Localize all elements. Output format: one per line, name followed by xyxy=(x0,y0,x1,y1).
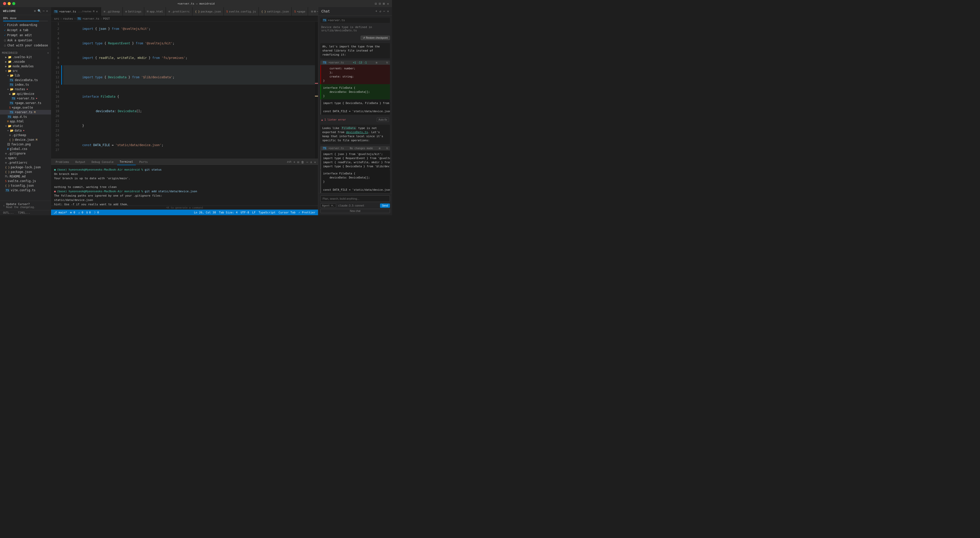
file-tree-gitkeep[interactable]: ≡ .gitkeep xyxy=(0,133,51,137)
project-section[interactable]: MONIDROID ▾ xyxy=(0,50,51,55)
tab-close-button[interactable]: ✕ xyxy=(95,9,98,14)
file-tree-svelte-kit[interactable]: ▶ 📁 .svelte-kit xyxy=(0,55,51,59)
file-tree-src[interactable]: ▾ 📂 src xyxy=(0,68,51,73)
tab-svelte-config[interactable]: S svelte.config.js xyxy=(224,7,259,16)
sidebar-item-prompt-edit[interactable]: ✓ Prompt an edit xyxy=(0,33,51,38)
git-branch[interactable]: ⎇ main* xyxy=(54,211,67,214)
breadcrumb-server[interactable]: +server.ts xyxy=(83,17,99,21)
agent-badge[interactable]: Agent ⌘. xyxy=(320,203,336,208)
sidebar-item-finish[interactable]: ✓ Finish onboarding xyxy=(0,22,51,27)
file-tree-favicon[interactable]: 🖼 favicon.png xyxy=(0,142,51,147)
tab-size[interactable]: Tab Size: 4 xyxy=(219,211,238,214)
close-icon[interactable]: ✕ xyxy=(387,2,389,6)
file-tree-node-modules[interactable]: ▶ 📁 node_modules xyxy=(0,64,51,68)
diff-copy-icon[interactable]: ⎘ xyxy=(387,61,388,64)
line-ending[interactable]: LF xyxy=(252,211,256,214)
sidebar-icon-3[interactable]: ⋯ xyxy=(43,9,45,13)
add-chat-icon[interactable]: + xyxy=(375,10,377,13)
terminal-content[interactable]: ●(base) hyeonseok@Hyeonseoks-MacBook-Air… xyxy=(51,165,318,206)
tab-settings-json[interactable]: { } settings.json xyxy=(259,7,292,16)
sidebar-item-accept-tab[interactable]: ✓ Accept a tab xyxy=(0,27,51,33)
send-button[interactable]: Send xyxy=(380,203,390,208)
breadcrumb-routes[interactable]: routes xyxy=(63,17,73,21)
timeline-label[interactable]: TIMEL... xyxy=(18,211,30,214)
outline-label[interactable]: OUTL... xyxy=(3,211,14,214)
chat-input[interactable] xyxy=(320,195,390,202)
diff-copy-icon2[interactable]: ⎘ xyxy=(387,147,388,150)
auto-fix-button-1[interactable]: Auto-fix xyxy=(377,117,389,122)
file-tree-server-ts-api[interactable]: TS +server.ts • xyxy=(0,96,51,101)
split-editor-icon[interactable]: ⊟ xyxy=(311,10,313,13)
minimize-button[interactable] xyxy=(8,2,11,5)
sidebar-icon-2[interactable]: 🔍 xyxy=(38,9,41,13)
panel-tab-problems[interactable]: Problems xyxy=(53,159,72,165)
info-count[interactable]: ℹ 0 xyxy=(86,211,91,214)
file-tree-api-device[interactable]: ▶ 📁 api/device xyxy=(0,92,51,96)
file-tree-static[interactable]: ▾ 📂 static xyxy=(0,124,51,128)
code-editor[interactable]: import { json } from '@sveltejs/kit'; im… xyxy=(61,22,318,159)
add-terminal-icon[interactable]: + xyxy=(293,160,295,164)
diff-expand-icon2[interactable]: ⊞ xyxy=(379,147,380,150)
more-chat-icon[interactable]: ⋯ xyxy=(383,10,385,13)
maximize-button[interactable] xyxy=(12,2,15,5)
file-tree-server-ts-active[interactable]: TS +server.ts M xyxy=(0,110,51,114)
language-mode[interactable]: TypeScript xyxy=(259,211,275,214)
file-tree-package-json[interactable]: { } package.json xyxy=(0,170,51,174)
split-terminal-icon[interactable]: ⊟ xyxy=(298,160,299,164)
warning-count[interactable]: ⚠ 0 xyxy=(78,211,83,214)
sidebar-icon-1[interactable]: ⊕ xyxy=(34,9,36,13)
prettier-label[interactable]: ✓ Prettier xyxy=(299,211,315,214)
restore-checkpoint-button[interactable]: ↺ Restore checkpoint xyxy=(361,36,390,40)
file-tree-gitignore[interactable]: ≡ .gitignore xyxy=(0,151,51,156)
tab-prettierrc[interactable]: ≡ .prettierrc xyxy=(166,7,192,16)
chevron-up-icon[interactable]: ∧ xyxy=(310,160,312,164)
model-label[interactable]: claude-3.5-sonnet xyxy=(338,204,364,207)
close-chat-icon[interactable]: ✕ xyxy=(387,10,389,13)
file-tree-device-json[interactable]: { } device.json M xyxy=(0,137,51,142)
file-tree-prettierrc[interactable]: ≡ .prettierrc xyxy=(0,160,51,165)
file-tree-app-html[interactable]: H app.html xyxy=(0,119,51,124)
file-tree-device-data[interactable]: TS deviceData.ts xyxy=(0,78,51,83)
layout-icon[interactable]: ⊡ xyxy=(375,2,377,6)
file-tree-readme[interactable]: M↓ README.md xyxy=(0,174,51,179)
breadcrumb-post[interactable]: POST xyxy=(103,17,110,21)
diff-expand-icon[interactable]: ⊞ xyxy=(375,61,377,64)
update-cursor-banner[interactable]: ↑ Update Cursor? Read the changelog. xyxy=(0,201,51,210)
tab-gitkeep[interactable]: ≡ .gitkeep xyxy=(101,7,123,16)
file-tree-page-svelte[interactable]: S +page.svelte xyxy=(0,105,51,110)
sidebar-item-chat-codebase[interactable]: ○ Chat with your codebase xyxy=(0,43,51,48)
panel-tab-output[interactable]: Output xyxy=(73,159,88,165)
tab-server-ts[interactable]: TS +server.ts .../routes M ✕ xyxy=(51,7,101,16)
breadcrumb-src[interactable]: src xyxy=(54,17,59,21)
file-tree-vscode[interactable]: ▶ 📁 .vscode xyxy=(0,59,51,64)
new-chat-button[interactable]: New chat xyxy=(320,209,390,213)
file-tree-tsconfig[interactable]: { } tsconfig.json xyxy=(0,183,51,188)
layout-icon[interactable]: ⊞ xyxy=(314,10,316,13)
cursor-tab-label[interactable]: Cursor Tab xyxy=(279,211,296,214)
panel-tab-debug[interactable]: Debug Console xyxy=(89,159,116,165)
file-tree-page-server[interactable]: TS +page.server.ts xyxy=(0,101,51,105)
panel-tab-ports[interactable]: Ports xyxy=(137,159,150,165)
window-controls[interactable] xyxy=(3,2,15,5)
fullscreen-icon[interactable]: ⊠ xyxy=(383,2,385,6)
chat-link-devicedata[interactable]: deviceDats.ts xyxy=(346,130,368,134)
position-indicator[interactable]: Ln 26, Col 38 xyxy=(194,211,216,214)
split-icon[interactable]: ⊟ xyxy=(379,2,381,6)
close-sidebar-button[interactable]: ✕ xyxy=(46,9,48,13)
close-terminal-icon[interactable]: ✕ xyxy=(314,160,316,164)
encoding[interactable]: UTF-8 xyxy=(241,211,249,214)
more-icon[interactable]: ⋯ xyxy=(306,160,308,164)
trash-icon[interactable]: 🗑 xyxy=(301,160,304,164)
minimap[interactable] xyxy=(315,22,318,159)
close-button[interactable] xyxy=(3,2,6,5)
file-tree-npmrc[interactable]: ≡ npmrc xyxy=(0,156,51,160)
file-tree-app-dts[interactable]: TS app.d.ts xyxy=(0,114,51,119)
cursor-count[interactable]: ☽ 0 xyxy=(94,211,99,214)
tab-settings[interactable]: ⚙ Settings xyxy=(123,7,145,16)
tab-app-html[interactable]: H app.html xyxy=(144,7,166,16)
file-tree-lib[interactable]: ▾ 📂 lib xyxy=(0,73,51,78)
file-tree-global-css[interactable]: # global.css xyxy=(0,147,51,151)
code-container[interactable]: 12345 678910 11121314 15161718 192021222… xyxy=(51,22,318,159)
file-tree-package-lock[interactable]: { } package-lock.json xyxy=(0,165,51,170)
file-tree-svelte-config[interactable]: S svelte.config.js xyxy=(0,179,51,183)
